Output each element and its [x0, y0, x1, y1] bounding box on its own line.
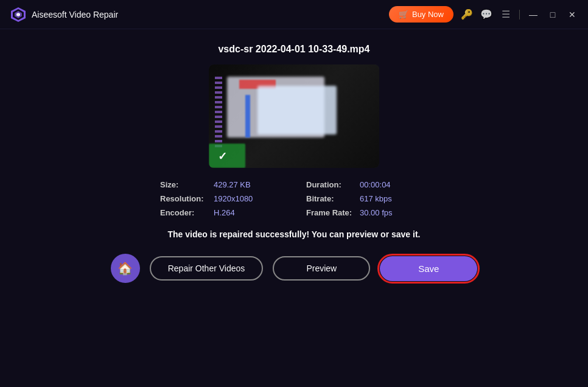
video-thumbnail: ✓: [209, 64, 379, 168]
framerate-label: Frame Rate:: [306, 208, 355, 217]
video-info: Size: 429.27 KB Duration: 00:00:04 Resol…: [160, 180, 428, 217]
thumb-checkmark: ✓: [218, 150, 227, 163]
message-icon[interactable]: 💬: [480, 9, 492, 21]
thumb-dots: [215, 77, 222, 150]
video-filename: vsdc-sr 2022-04-01 10-33-49.mp4: [218, 44, 369, 55]
close-button[interactable]: ✕: [566, 9, 578, 21]
thumb-blue-bar: [245, 95, 250, 138]
app-logo-icon: [10, 6, 27, 23]
duration-value: 00:00:04: [360, 180, 391, 189]
info-row-duration: Duration: 00:00:04: [306, 180, 428, 189]
framerate-value: 30.00 fps: [360, 208, 393, 217]
app-title: Aiseesoft Video Repair: [32, 10, 118, 19]
action-buttons: 🏠 Repair Other Videos Preview Save: [111, 254, 478, 283]
save-button[interactable]: Save: [380, 256, 477, 281]
key-icon[interactable]: 🔑: [461, 9, 473, 21]
info-row-resolution: Resolution: 1920x1080: [160, 194, 282, 203]
repair-other-button[interactable]: Repair Other Videos: [150, 256, 264, 281]
video-thumbnail-container: ✓: [209, 64, 379, 168]
preview-button[interactable]: Preview: [273, 256, 370, 281]
success-message: The video is repaired successfully! You …: [168, 229, 421, 239]
save-button-wrapper: Save: [380, 256, 477, 281]
resolution-label: Resolution:: [160, 194, 209, 203]
main-content: vsdc-sr 2022-04-01 10-33-49.mp4 ✓ Size: …: [0, 29, 588, 387]
info-row-size: Size: 429.27 KB: [160, 180, 282, 189]
info-row-bitrate: Bitrate: 617 kbps: [306, 194, 428, 203]
titlebar-right: 🛒 Buy Now 🔑 💬 ☰ — □ ✕: [389, 6, 578, 23]
titlebar-divider: [519, 10, 520, 19]
thumb-green-corner: [209, 144, 245, 168]
duration-label: Duration:: [306, 180, 355, 189]
encoder-label: Encoder:: [160, 208, 209, 217]
bitrate-label: Bitrate:: [306, 194, 355, 203]
minimize-button[interactable]: —: [527, 9, 539, 21]
info-row-framerate: Frame Rate: 30.00 fps: [306, 208, 428, 217]
titlebar: Aiseesoft Video Repair 🛒 Buy Now 🔑 💬 ☰ —…: [0, 0, 588, 29]
buy-now-label: Buy Now: [412, 10, 444, 19]
home-button[interactable]: 🏠: [111, 254, 140, 283]
encoder-value: H.264: [214, 208, 235, 217]
menu-icon[interactable]: ☰: [500, 9, 512, 21]
cart-icon: 🛒: [399, 10, 408, 19]
maximize-button[interactable]: □: [547, 9, 559, 21]
bitrate-value: 617 kbps: [360, 194, 392, 203]
home-icon: 🏠: [117, 261, 133, 276]
buy-now-button[interactable]: 🛒 Buy Now: [389, 6, 453, 23]
info-row-encoder: Encoder: H.264: [160, 208, 282, 217]
resolution-value: 1920x1080: [214, 194, 253, 203]
titlebar-left: Aiseesoft Video Repair: [10, 6, 118, 23]
thumb-window2: [257, 86, 337, 134]
size-value: 429.27 KB: [214, 180, 251, 189]
size-label: Size:: [160, 180, 209, 189]
